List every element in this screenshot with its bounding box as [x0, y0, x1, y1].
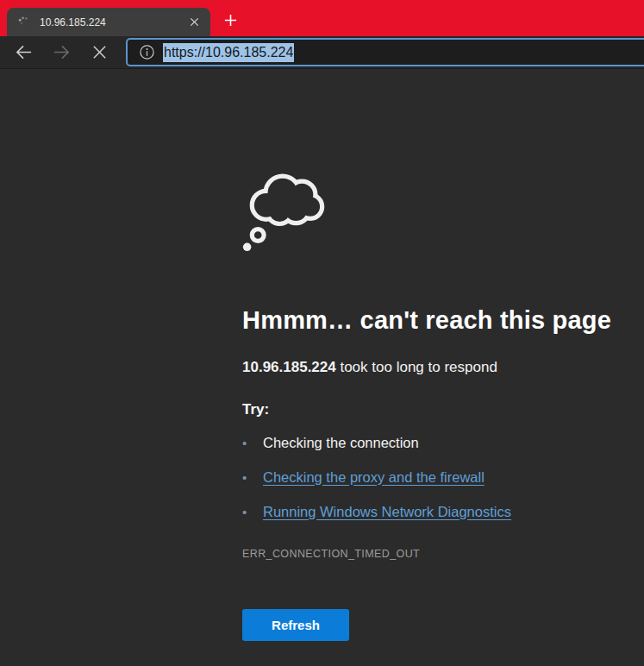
- loading-spinner-icon: [17, 16, 31, 29]
- browser-tab[interactable]: 10.96.185.224: [7, 8, 210, 36]
- error-page: Hmmm… can't reach this page 10.96.185.22…: [0, 69, 644, 666]
- tab-bar: 10.96.185.224: [0, 0, 644, 36]
- try-heading: Try:: [242, 401, 630, 418]
- suggestion-item: • Running Windows Network Diagnostics: [242, 494, 630, 529]
- error-message: 10.96.185.224 took too long to respond: [242, 359, 630, 376]
- thought-cloud-icon: [242, 171, 630, 254]
- bullet-icon: •: [242, 436, 263, 450]
- stop-button[interactable]: [84, 39, 114, 66]
- suggestion-item: • Checking the connection: [242, 425, 630, 460]
- address-bar[interactable]: https://10.96.185.224: [126, 38, 644, 66]
- tab-title: 10.96.185.224: [40, 16, 184, 28]
- tab-close-icon[interactable]: [184, 13, 203, 32]
- navigation-toolbar: https://10.96.185.224: [0, 36, 644, 69]
- error-code: ERR_CONNECTION_TIMED_OUT: [242, 548, 630, 560]
- suggestion-item: • Checking the proxy and the firewall: [242, 460, 630, 494]
- new-tab-button[interactable]: [217, 7, 243, 33]
- forward-button[interactable]: [47, 39, 76, 66]
- link-run-network-diagnostics[interactable]: Running Windows Network Diagnostics: [263, 504, 511, 520]
- suggestion-check-connection: Checking the connection: [263, 435, 419, 451]
- bullet-icon: •: [242, 505, 263, 519]
- bullet-icon: •: [242, 470, 263, 485]
- suggestion-list: • Checking the connection • Checking the…: [242, 425, 630, 529]
- error-host: 10.96.185.224: [242, 359, 336, 375]
- info-circle-icon: [139, 44, 155, 60]
- refresh-button[interactable]: Refresh: [242, 609, 349, 641]
- arrow-right-icon: [53, 43, 71, 61]
- error-content: Hmmm… can't reach this page 10.96.185.22…: [242, 171, 630, 641]
- back-button[interactable]: [9, 39, 38, 66]
- link-check-proxy-firewall[interactable]: Checking the proxy and the firewall: [263, 469, 485, 486]
- error-title: Hmmm… can't reach this page: [242, 306, 630, 335]
- browser-window: 10.96.185.224: [0, 0, 644, 666]
- url-input[interactable]: https://10.96.185.224: [163, 43, 294, 62]
- site-info-button[interactable]: [136, 42, 157, 63]
- stop-x-icon: [91, 44, 108, 60]
- arrow-left-icon: [15, 43, 33, 61]
- error-message-rest: took too long to respond: [336, 359, 497, 375]
- plus-icon: [223, 13, 238, 28]
